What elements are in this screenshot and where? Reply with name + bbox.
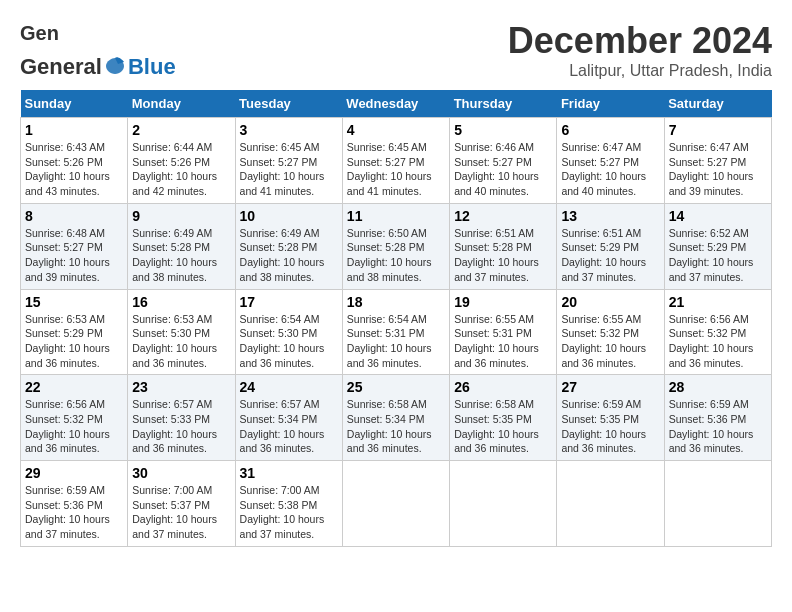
day-info: Sunrise: 6:55 AM Sunset: 5:31 PM Dayligh… (454, 312, 552, 371)
logo-general: General (20, 54, 102, 80)
calendar-week-1: 1 Sunrise: 6:43 AM Sunset: 5:26 PM Dayli… (21, 118, 772, 204)
logo-bird-icon: General (20, 20, 58, 54)
calendar-cell: 8 Sunrise: 6:48 AM Sunset: 5:27 PM Dayli… (21, 203, 128, 289)
day-number: 13 (561, 208, 659, 224)
calendar-cell: 10 Sunrise: 6:49 AM Sunset: 5:28 PM Dayl… (235, 203, 342, 289)
calendar-cell (557, 461, 664, 547)
day-info: Sunrise: 6:55 AM Sunset: 5:32 PM Dayligh… (561, 312, 659, 371)
day-number: 30 (132, 465, 230, 481)
day-number: 8 (25, 208, 123, 224)
day-number: 18 (347, 294, 445, 310)
day-number: 1 (25, 122, 123, 138)
calendar-cell: 5 Sunrise: 6:46 AM Sunset: 5:27 PM Dayli… (450, 118, 557, 204)
day-info: Sunrise: 6:56 AM Sunset: 5:32 PM Dayligh… (669, 312, 767, 371)
calendar-cell: 30 Sunrise: 7:00 AM Sunset: 5:37 PM Dayl… (128, 461, 235, 547)
calendar-cell: 1 Sunrise: 6:43 AM Sunset: 5:26 PM Dayli… (21, 118, 128, 204)
day-info: Sunrise: 6:59 AM Sunset: 5:36 PM Dayligh… (25, 483, 123, 542)
day-info: Sunrise: 6:52 AM Sunset: 5:29 PM Dayligh… (669, 226, 767, 285)
day-number: 11 (347, 208, 445, 224)
location: Lalitpur, Uttar Pradesh, India (508, 62, 772, 80)
day-info: Sunrise: 6:46 AM Sunset: 5:27 PM Dayligh… (454, 140, 552, 199)
header-row: Sunday Monday Tuesday Wednesday Thursday… (21, 90, 772, 118)
calendar-week-3: 15 Sunrise: 6:53 AM Sunset: 5:29 PM Dayl… (21, 289, 772, 375)
calendar-cell: 22 Sunrise: 6:56 AM Sunset: 5:32 PM Dayl… (21, 375, 128, 461)
day-info: Sunrise: 6:54 AM Sunset: 5:31 PM Dayligh… (347, 312, 445, 371)
calendar-cell: 25 Sunrise: 6:58 AM Sunset: 5:34 PM Dayl… (342, 375, 449, 461)
day-number: 20 (561, 294, 659, 310)
day-number: 5 (454, 122, 552, 138)
col-sunday: Sunday (21, 90, 128, 118)
day-info: Sunrise: 7:00 AM Sunset: 5:38 PM Dayligh… (240, 483, 338, 542)
day-number: 12 (454, 208, 552, 224)
day-number: 29 (25, 465, 123, 481)
day-info: Sunrise: 6:56 AM Sunset: 5:32 PM Dayligh… (25, 397, 123, 456)
day-info: Sunrise: 6:49 AM Sunset: 5:28 PM Dayligh… (132, 226, 230, 285)
calendar-cell: 11 Sunrise: 6:50 AM Sunset: 5:28 PM Dayl… (342, 203, 449, 289)
col-tuesday: Tuesday (235, 90, 342, 118)
day-number: 3 (240, 122, 338, 138)
day-info: Sunrise: 6:48 AM Sunset: 5:27 PM Dayligh… (25, 226, 123, 285)
day-number: 6 (561, 122, 659, 138)
day-number: 15 (25, 294, 123, 310)
day-info: Sunrise: 6:58 AM Sunset: 5:34 PM Dayligh… (347, 397, 445, 456)
logo-blue: Blue (128, 54, 176, 80)
col-wednesday: Wednesday (342, 90, 449, 118)
day-number: 21 (669, 294, 767, 310)
day-number: 17 (240, 294, 338, 310)
calendar-cell: 31 Sunrise: 7:00 AM Sunset: 5:38 PM Dayl… (235, 461, 342, 547)
page-header: General General Blue December 2024 Lalit… (20, 20, 772, 80)
col-friday: Friday (557, 90, 664, 118)
calendar-cell: 2 Sunrise: 6:44 AM Sunset: 5:26 PM Dayli… (128, 118, 235, 204)
calendar-cell (450, 461, 557, 547)
day-number: 31 (240, 465, 338, 481)
day-number: 19 (454, 294, 552, 310)
calendar-cell: 3 Sunrise: 6:45 AM Sunset: 5:27 PM Dayli… (235, 118, 342, 204)
day-number: 4 (347, 122, 445, 138)
day-info: Sunrise: 6:51 AM Sunset: 5:29 PM Dayligh… (561, 226, 659, 285)
day-number: 24 (240, 379, 338, 395)
logo-bird-svg-icon (104, 56, 126, 78)
day-info: Sunrise: 6:59 AM Sunset: 5:36 PM Dayligh… (669, 397, 767, 456)
calendar-table: Sunday Monday Tuesday Wednesday Thursday… (20, 90, 772, 547)
calendar-cell: 18 Sunrise: 6:54 AM Sunset: 5:31 PM Dayl… (342, 289, 449, 375)
svg-text:General: General (20, 22, 58, 44)
day-number: 27 (561, 379, 659, 395)
calendar-cell: 17 Sunrise: 6:54 AM Sunset: 5:30 PM Dayl… (235, 289, 342, 375)
day-info: Sunrise: 6:57 AM Sunset: 5:33 PM Dayligh… (132, 397, 230, 456)
calendar-cell: 12 Sunrise: 6:51 AM Sunset: 5:28 PM Dayl… (450, 203, 557, 289)
calendar-body: 1 Sunrise: 6:43 AM Sunset: 5:26 PM Dayli… (21, 118, 772, 547)
calendar-cell: 13 Sunrise: 6:51 AM Sunset: 5:29 PM Dayl… (557, 203, 664, 289)
title-block: December 2024 Lalitpur, Uttar Pradesh, I… (508, 20, 772, 80)
col-thursday: Thursday (450, 90, 557, 118)
logo: General General Blue (20, 20, 176, 80)
day-number: 10 (240, 208, 338, 224)
calendar-cell: 23 Sunrise: 6:57 AM Sunset: 5:33 PM Dayl… (128, 375, 235, 461)
calendar-cell: 19 Sunrise: 6:55 AM Sunset: 5:31 PM Dayl… (450, 289, 557, 375)
col-saturday: Saturday (664, 90, 771, 118)
day-number: 14 (669, 208, 767, 224)
calendar-cell (342, 461, 449, 547)
calendar-week-5: 29 Sunrise: 6:59 AM Sunset: 5:36 PM Dayl… (21, 461, 772, 547)
day-info: Sunrise: 6:44 AM Sunset: 5:26 PM Dayligh… (132, 140, 230, 199)
day-info: Sunrise: 6:53 AM Sunset: 5:30 PM Dayligh… (132, 312, 230, 371)
day-info: Sunrise: 6:47 AM Sunset: 5:27 PM Dayligh… (669, 140, 767, 199)
calendar-cell: 26 Sunrise: 6:58 AM Sunset: 5:35 PM Dayl… (450, 375, 557, 461)
day-info: Sunrise: 6:49 AM Sunset: 5:28 PM Dayligh… (240, 226, 338, 285)
day-info: Sunrise: 6:57 AM Sunset: 5:34 PM Dayligh… (240, 397, 338, 456)
day-number: 28 (669, 379, 767, 395)
day-info: Sunrise: 6:54 AM Sunset: 5:30 PM Dayligh… (240, 312, 338, 371)
day-info: Sunrise: 6:58 AM Sunset: 5:35 PM Dayligh… (454, 397, 552, 456)
calendar-cell: 27 Sunrise: 6:59 AM Sunset: 5:35 PM Dayl… (557, 375, 664, 461)
day-info: Sunrise: 6:59 AM Sunset: 5:35 PM Dayligh… (561, 397, 659, 456)
calendar-cell: 29 Sunrise: 6:59 AM Sunset: 5:36 PM Dayl… (21, 461, 128, 547)
calendar-cell: 28 Sunrise: 6:59 AM Sunset: 5:36 PM Dayl… (664, 375, 771, 461)
calendar-cell: 7 Sunrise: 6:47 AM Sunset: 5:27 PM Dayli… (664, 118, 771, 204)
month-title: December 2024 (508, 20, 772, 62)
calendar-cell (664, 461, 771, 547)
calendar-week-4: 22 Sunrise: 6:56 AM Sunset: 5:32 PM Dayl… (21, 375, 772, 461)
calendar-cell: 4 Sunrise: 6:45 AM Sunset: 5:27 PM Dayli… (342, 118, 449, 204)
day-number: 7 (669, 122, 767, 138)
day-number: 22 (25, 379, 123, 395)
day-info: Sunrise: 6:53 AM Sunset: 5:29 PM Dayligh… (25, 312, 123, 371)
calendar-cell: 20 Sunrise: 6:55 AM Sunset: 5:32 PM Dayl… (557, 289, 664, 375)
